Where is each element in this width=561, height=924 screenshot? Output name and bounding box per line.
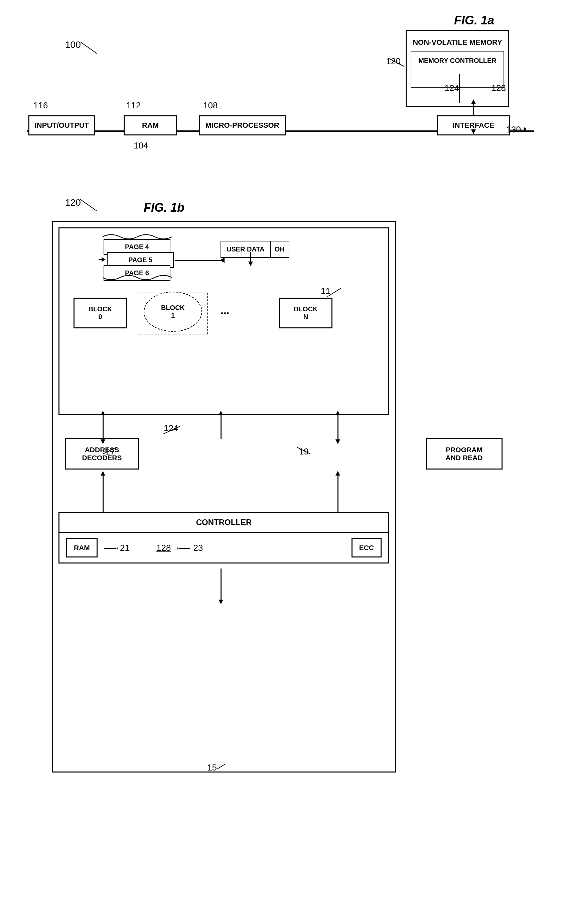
svg-marker-10 xyxy=(100,411,105,416)
vert-connector-interface xyxy=(473,104,474,116)
vline-center-124 xyxy=(220,414,221,439)
arrow-up-left xyxy=(100,411,106,416)
fig1b-title: FIG. 1b xyxy=(144,201,184,215)
arrow-up-interface xyxy=(471,99,476,105)
mem-ctrl-box: MEMORY CONTROLLER xyxy=(411,51,504,88)
arrow-right-userdata xyxy=(220,258,225,263)
svg-marker-26 xyxy=(218,600,223,604)
nvm-module-box: NON-VOLATILE MEMORY MEMORY CONTROLLER xyxy=(405,30,509,107)
prog-read-box: PROGRAMAND READ xyxy=(426,438,503,470)
arrow-page-userdata-h xyxy=(175,260,221,261)
svg-marker-4 xyxy=(471,99,476,104)
svg-line-27 xyxy=(217,764,225,769)
svg-marker-23 xyxy=(117,547,118,550)
svg-marker-13 xyxy=(335,440,340,444)
svg-line-15 xyxy=(163,426,180,434)
io-label: INPUT/OUTPUT xyxy=(35,121,89,129)
controller-inner: RAM 21 128 23 ECC xyxy=(60,533,388,562)
svg-marker-3 xyxy=(524,128,526,131)
page5-arrow xyxy=(99,259,105,260)
svg-line-0 xyxy=(80,42,97,54)
micro-label: MICRO-PROCESSOR xyxy=(205,121,279,129)
vline-right-down xyxy=(338,414,338,441)
vline-prog-ctrl xyxy=(338,474,338,514)
label-124: 124 xyxy=(445,83,459,93)
svg-line-6 xyxy=(80,200,97,211)
micro-box: MICRO-PROCESSOR xyxy=(199,116,286,135)
ram-ctrl-box: RAM xyxy=(66,538,97,558)
arrow-11 xyxy=(326,288,343,298)
arrow-124b xyxy=(163,425,181,435)
svg-marker-18 xyxy=(100,471,105,476)
svg-line-9 xyxy=(328,288,341,297)
svg-marker-20 xyxy=(335,471,340,476)
arrow-up-prog xyxy=(335,471,341,476)
prog-read-label: PROGRAMAND READ xyxy=(446,446,483,462)
wavy-bottom xyxy=(103,275,173,282)
svg-line-16 xyxy=(103,447,117,454)
user-data-box: USER DATA OH xyxy=(220,241,289,258)
label-100: 100 xyxy=(65,39,81,50)
arrow-down-15 xyxy=(218,600,223,605)
svg-line-1 xyxy=(388,58,404,66)
arrow-up-right xyxy=(335,411,341,416)
arrow-19 xyxy=(297,447,313,456)
vline-ctrl-out xyxy=(220,568,221,602)
svg-marker-14 xyxy=(218,411,223,416)
arrow-down-right xyxy=(335,440,341,445)
arrow-23 xyxy=(177,546,191,551)
label-104: 104 xyxy=(134,141,148,151)
arrow-130 xyxy=(509,126,526,132)
arrow-100 xyxy=(80,42,100,55)
controller-box: CONTROLLER RAM 21 128 23 ECC xyxy=(58,512,389,564)
svg-line-17 xyxy=(297,447,310,454)
label-21: 21 xyxy=(104,543,130,553)
ecc-box: ECC xyxy=(352,538,381,558)
vline-addr-ctrl xyxy=(103,474,103,514)
user-data-label: USER DATA xyxy=(220,241,271,258)
interface-label: INTERFACE xyxy=(453,121,495,129)
page5-label: PAGE 5 xyxy=(128,256,153,264)
arrow-down-ud-head xyxy=(248,261,253,267)
label-116: 116 xyxy=(33,100,48,111)
svg-marker-7 xyxy=(220,258,224,263)
label-120b: 120 xyxy=(65,197,81,208)
fig1a-title: FIG. 1a xyxy=(454,14,494,27)
nvm-divider xyxy=(459,74,460,103)
label-108: 108 xyxy=(203,100,217,111)
dots-label: ... xyxy=(220,304,230,317)
ram-label-1a: RAM xyxy=(142,121,159,129)
arrow-120b xyxy=(80,200,100,213)
arrow-21 xyxy=(104,546,118,551)
arrow-up-addr xyxy=(100,471,106,476)
svg-marker-12 xyxy=(335,411,340,416)
svg-marker-25 xyxy=(177,547,178,550)
label-128: 128 xyxy=(492,83,506,93)
mem-ctrl-label: MEMORY CONTROLLER xyxy=(411,51,504,65)
diagram-container: FIG. 1a 100 NON-VOLATILE MEMORY MEMORY C… xyxy=(0,0,561,924)
block0-box: BLOCK0 xyxy=(73,298,127,328)
svg-marker-5 xyxy=(471,129,476,134)
label-23: 23 xyxy=(177,543,203,553)
vline-left-down xyxy=(103,414,103,441)
ram-box-1a: RAM xyxy=(124,116,177,135)
arrow-15 xyxy=(215,764,229,771)
io-box: INPUT/OUTPUT xyxy=(28,116,95,135)
arrow-17 xyxy=(102,447,118,456)
controller-label: CONTROLLER xyxy=(60,513,388,533)
oh-label: OH xyxy=(271,241,289,258)
page4-label: PAGE 4 xyxy=(125,243,149,250)
wavy-top xyxy=(103,232,173,239)
block1-box: BLOCK1 xyxy=(144,292,202,332)
arrow-120 xyxy=(388,58,407,68)
arrow-up-center xyxy=(218,411,223,416)
arrow-down-interface xyxy=(471,129,476,134)
svg-marker-8 xyxy=(248,261,253,266)
nvm-label: NON-VOLATILE MEMORY xyxy=(407,31,508,48)
blockn-box: BLOCKN xyxy=(279,298,332,328)
label-112: 112 xyxy=(126,100,141,111)
label-128b: 128 xyxy=(156,543,171,553)
